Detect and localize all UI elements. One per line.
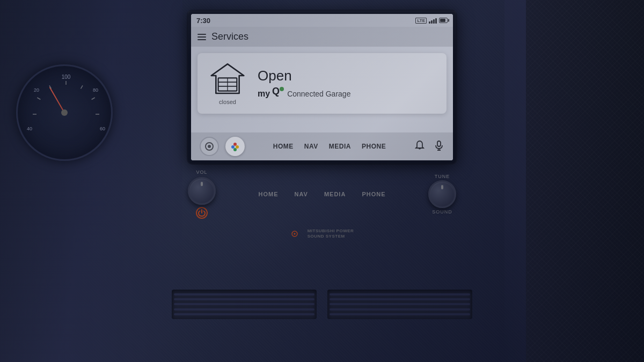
myq-connected-text: Connected Garage [287,90,350,98]
vent-slot [174,313,314,315]
power-button[interactable] [196,207,208,219]
mitsubishi-logo [290,227,303,240]
bell-svg [414,140,425,151]
carbon-fiber-texture [526,0,644,362]
svg-point-23 [233,148,237,151]
svg-text:40: 40 [27,126,32,131]
garage-icon-wrap: closed [206,62,249,105]
vent-slot [330,303,470,305]
myq-q-icon: Q [272,86,285,97]
screen-bezel: 7:30 LTE [188,11,456,164]
nav-nav-button[interactable]: NAV [304,143,318,150]
hamburger-line-3 [197,39,206,40]
dash-media-button[interactable]: MEDIA [324,191,346,197]
dash-phone-button[interactable]: PHONE [362,191,385,197]
speed-center-dot [61,109,68,116]
tune-knob[interactable] [428,180,456,208]
svg-point-21 [233,143,237,146]
hamburger-line-1 [197,34,206,35]
garage-card[interactable]: closed Open my Q Connected Garage [197,53,447,114]
google-assistant-button[interactable] [225,137,245,156]
nav-left-controls [200,137,245,156]
speedometer: 100 80 60 40 20 [16,64,123,172]
microphone-icon[interactable] [434,140,444,153]
air-vent-row [172,290,472,319]
svg-text:60: 60 [100,126,105,131]
nav-right-icons [414,140,444,153]
nav-bar: HOME NAV MEDIA PHONE [191,132,453,160]
svg-line-10 [92,98,95,100]
signal-bars [429,17,437,24]
nav-media-button[interactable]: MEDIA [329,143,351,150]
signal-bar-1 [429,21,430,24]
brand-name: MITSUBISHI POWER [308,228,354,234]
dash-nav-button[interactable]: NAV [295,191,308,197]
hamburger-icon[interactable] [197,34,206,40]
myq-my-text: my [258,89,270,99]
brand-sub: SOUND SYSTEM [308,234,354,239]
svg-point-24 [231,145,235,149]
status-time: 7:30 [196,17,210,25]
svg-line-9 [81,85,83,88]
center-console: 7:30 LTE [172,0,472,362]
vent-slot [174,308,314,311]
svg-text:20: 20 [34,87,39,93]
tune-knob-area: TUNE SOUND [428,174,456,215]
vent-left [172,290,317,319]
svg-point-22 [236,145,239,149]
open-action-text: Open [258,68,350,84]
svg-point-20 [208,145,211,148]
tune-knob-notch [441,185,443,189]
signal-bar-2 [431,20,433,24]
status-bar: 7:30 LTE [191,14,453,27]
lte-badge: LTE [415,18,427,24]
vent-slot [330,308,470,311]
vent-slot [330,293,470,295]
nav-phone-button[interactable]: PHONE [362,143,386,150]
svg-line-6 [37,98,40,100]
controls-row: VOL HOME NAV MEDIA PHONE [188,166,456,222]
services-title: Services [211,31,248,42]
sound-label: SOUND [432,209,452,215]
dash-home-button[interactable]: HOME [259,191,279,197]
svg-rect-25 [437,141,441,146]
center-nav-buttons: HOME NAV MEDIA PHONE [259,191,386,197]
signal-bar-4 [435,18,437,24]
android-screen: 7:30 LTE [191,14,453,160]
vent-slot [174,298,314,300]
svg-line-7 [49,85,52,88]
right-panel [504,0,644,362]
below-screen-controls: VOL HOME NAV MEDIA PHONE [182,166,462,240]
closed-status-label: closed [219,99,236,105]
nav-center-buttons: HOME NAV MEDIA PHONE [245,143,414,150]
power-icon [198,209,206,217]
vent-slot [174,293,314,295]
battery-icon [439,18,448,23]
garage-icon [209,62,246,97]
bell-icon[interactable] [414,140,425,153]
nav-circle-button[interactable] [200,137,219,156]
hamburger-line-2 [197,36,206,38]
mic-svg [434,140,444,151]
status-icons: LTE [415,17,448,24]
screen-content: closed Open my Q Connected Garage [191,47,453,132]
mitsubishi-logo-strip: MITSUBISHI POWER SOUND SYSTEM [290,227,354,240]
vol-label: VOL [196,169,207,175]
garage-info: Open my Q Connected Garage [258,68,350,99]
nav-home-button[interactable]: HOME [273,143,294,150]
svg-text:Q: Q [272,86,280,97]
services-header[interactable]: Services [191,27,453,47]
vent-slot [330,298,470,300]
vent-slot [174,303,314,305]
left-panel: 100 80 60 40 20 [0,0,182,362]
knob-notch [201,182,203,186]
vol-knob[interactable] [188,177,216,205]
vol-knob-area: VOL [188,169,216,219]
circle-icon [204,142,214,151]
svg-text:80: 80 [93,87,98,93]
svg-text:100: 100 [62,74,71,80]
google-check-icon [229,141,241,152]
myq-brand: my Q Connected Garage [258,86,350,99]
vent-right [327,290,472,319]
signal-bar-3 [433,19,435,24]
